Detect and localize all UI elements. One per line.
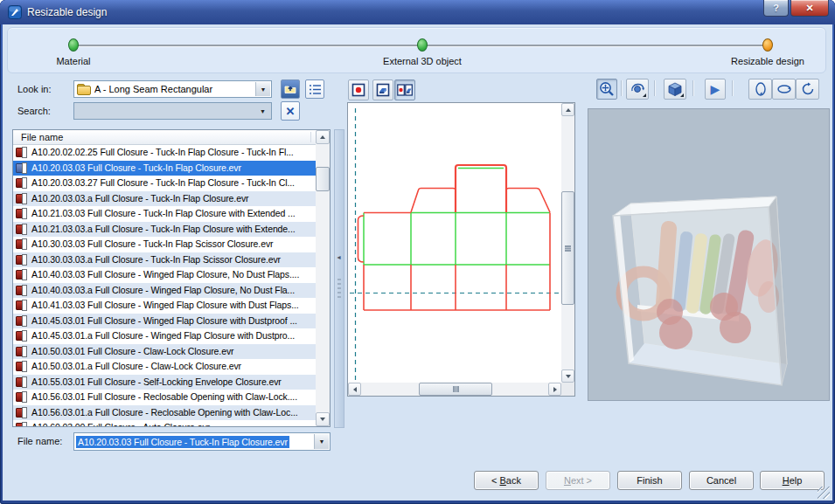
- zoom-to-fit-button[interactable]: [596, 79, 617, 100]
- scroll-up-button[interactable]: [316, 130, 330, 144]
- dropdown-indicator: [680, 93, 684, 97]
- folder-icon: [77, 84, 90, 94]
- wizard-step-dot-resizable-design[interactable]: [762, 38, 773, 52]
- view-angle-button[interactable]: [664, 79, 686, 100]
- file-row[interactable]: A10.20.02.02.25 Full Closure - Tuck-In F…: [13, 145, 316, 161]
- design-file-icon: [16, 162, 28, 174]
- next-button[interactable]: Next >: [546, 471, 610, 490]
- rotate-screen-axis-button[interactable]: [796, 79, 819, 100]
- design-file-icon: [16, 269, 28, 280]
- file-name-column-header: File name: [21, 132, 63, 142]
- preview-2d-vertical-scrollbar[interactable]: [561, 103, 574, 383]
- cancel-button[interactable]: Cancel: [689, 471, 754, 490]
- file-row[interactable]: A10.30.03.03 Full Closure - Tuck-In Flap…: [13, 237, 316, 252]
- file-row[interactable]: A10.20.03.03.a Full Closure - Tuck-In Fl…: [13, 191, 316, 207]
- down-arrow-icon: [566, 375, 571, 378]
- file-row[interactable]: A10.21.03.03 Full Closure - Tuck-In Flap…: [13, 206, 316, 222]
- down-arrow-icon: [320, 418, 325, 421]
- help-caption-button[interactable]: ?: [763, 0, 789, 17]
- help-button[interactable]: Help: [760, 471, 825, 490]
- file-row[interactable]: A10.40.03.03.a Full Closure - Winged Fla…: [13, 283, 316, 299]
- view-menu-button[interactable]: [305, 79, 324, 99]
- thumb-grip: [453, 386, 455, 392]
- rotate-z-icon: [800, 81, 816, 97]
- file-row-label: A10.40.03.03.a Full Closure - Winged Fla…: [13, 283, 295, 299]
- clear-search-icon: ✕: [286, 105, 296, 118]
- file-list-rows: A10.20.02.02.25 Full Closure - Tuck-In F…: [13, 145, 316, 426]
- file-row[interactable]: A10.45.03.01.a Full Closure - Winged Fla…: [13, 328, 316, 344]
- design-file-icon: [16, 407, 28, 418]
- dieline-2d-canvas[interactable]: [347, 102, 575, 397]
- view-3d-icon: [376, 83, 390, 97]
- dropdown-indicator: [643, 93, 646, 97]
- file-row-label: A10.20.03.03 Full Closure - Tuck-In Flap…: [13, 161, 241, 176]
- scroll-left-button[interactable]: [348, 383, 361, 396]
- scrollbar-corner: [561, 383, 574, 396]
- up-arrow-icon: [566, 108, 571, 112]
- design-file-icon: [16, 224, 28, 235]
- scroll-right-button[interactable]: [548, 383, 561, 396]
- up-one-level-button[interactable]: [281, 79, 300, 99]
- file-list-scrollbar[interactable]: [316, 130, 330, 426]
- scroll-up-button[interactable]: [561, 103, 574, 116]
- file-list-header[interactable]: File name: [13, 130, 316, 145]
- close-button[interactable]: ✕: [790, 0, 829, 17]
- search-combobox[interactable]: ▼: [73, 102, 272, 120]
- panel-splitter[interactable]: ◄: [334, 129, 344, 428]
- title-bar[interactable]: Resizable design ? ✕: [0, 0, 835, 24]
- file-row[interactable]: A10.20.03.03 Full Closure - Tuck-In Flap…: [13, 161, 316, 176]
- window-title: Resizable design: [27, 6, 107, 18]
- file-row[interactable]: A10.60.03.00 Full Closure - Auto Closure…: [13, 420, 316, 426]
- scrollbar-thumb[interactable]: [419, 383, 492, 396]
- scroll-down-button[interactable]: [316, 412, 330, 426]
- file-row[interactable]: A10.50.03.01 Full Closure - Claw-Lock Cl…: [13, 344, 316, 360]
- design-file-icon: [16, 238, 28, 250]
- wizard-step-label-resizable-design: Resizable design: [706, 56, 829, 66]
- back-button[interactable]: < Back: [474, 471, 539, 490]
- wizard-progress-strip: Material External 3D object Resizable de…: [7, 27, 826, 73]
- file-row[interactable]: A10.55.03.01 Full Closure - Self-Locking…: [13, 375, 316, 390]
- orbit-mode-button[interactable]: [626, 79, 649, 100]
- resize-grip[interactable]: [818, 487, 830, 499]
- clear-search-button[interactable]: ✕: [281, 101, 300, 121]
- file-row[interactable]: A10.40.03.03 Full Closure - Winged Flap …: [13, 267, 316, 283]
- file-row[interactable]: A10.56.03.01 Full Closure - Reclosable O…: [13, 390, 316, 405]
- file-row[interactable]: A10.45.03.01 Full Closure - Winged Flap …: [13, 314, 316, 329]
- thumb-grip: [565, 245, 571, 247]
- rotate-horizontal-axis-button[interactable]: [772, 79, 796, 100]
- rotate-vertical-axis-button[interactable]: [748, 79, 772, 100]
- file-row-label: A10.21.03.03.a Full Closure - Tuck-In Fl…: [13, 222, 296, 238]
- look-in-combobox[interactable]: A - Long Seam Rectangular ▼: [73, 80, 272, 98]
- finish-button[interactable]: Finish: [617, 471, 682, 490]
- file-name-dropdown-arrow[interactable]: ▼: [314, 434, 329, 449]
- file-row-label: A10.56.03.01.a Full Closure - Reclosable…: [13, 405, 298, 421]
- up-arrow-icon: [320, 135, 325, 139]
- design-file-icon: [16, 147, 28, 158]
- wizard-step-dot-material[interactable]: [68, 38, 79, 52]
- preview-2d-horizontal-scrollbar[interactable]: [348, 383, 561, 396]
- file-row-label: A10.55.03.01 Full Closure - Self-Locking…: [13, 375, 282, 390]
- show-2d-only-button[interactable]: [348, 79, 369, 100]
- view-2d-3d-icon: [397, 84, 413, 96]
- search-dropdown-arrow[interactable]: ▼: [255, 104, 270, 118]
- file-row[interactable]: A10.41.03.03 Full Closure - Winged Flap …: [13, 298, 316, 314]
- file-name-combobox[interactable]: A10.20.03.03 Full Closure - Tuck-In Flap…: [73, 432, 331, 451]
- scrollbar-thumb[interactable]: [316, 167, 330, 191]
- look-in-dropdown-arrow[interactable]: ▼: [255, 82, 270, 96]
- file-row[interactable]: A10.56.03.01.a Full Closure - Reclosable…: [13, 405, 316, 421]
- file-row[interactable]: A10.21.03.03.a Full Closure - Tuck-In Fl…: [13, 222, 316, 238]
- resizable-design-dialog: Resizable design ? ✕ Material External 3…: [0, 0, 835, 504]
- scrollbar-thumb[interactable]: [561, 191, 574, 305]
- file-row[interactable]: A10.30.03.03.a Full Closure - Tuck-In Fl…: [13, 252, 316, 268]
- rotate-x-icon: [753, 81, 769, 97]
- rotate-y-icon: [776, 81, 792, 97]
- play-animation-button[interactable]: ▶: [705, 79, 726, 100]
- wizard-step-dot-external-3d[interactable]: [417, 38, 428, 52]
- preview-3d-canvas[interactable]: [588, 108, 830, 401]
- show-2d-and-3d-button[interactable]: [394, 79, 415, 100]
- file-row[interactable]: A10.50.03.01.a Full Closure - Claw-Lock …: [13, 359, 316, 375]
- scroll-down-button[interactable]: [561, 369, 574, 383]
- file-row[interactable]: A10.20.03.03.27 Full Closure - Tuck-In F…: [13, 176, 316, 191]
- show-3d-only-button[interactable]: [372, 79, 393, 100]
- file-name-label: File name:: [17, 436, 62, 446]
